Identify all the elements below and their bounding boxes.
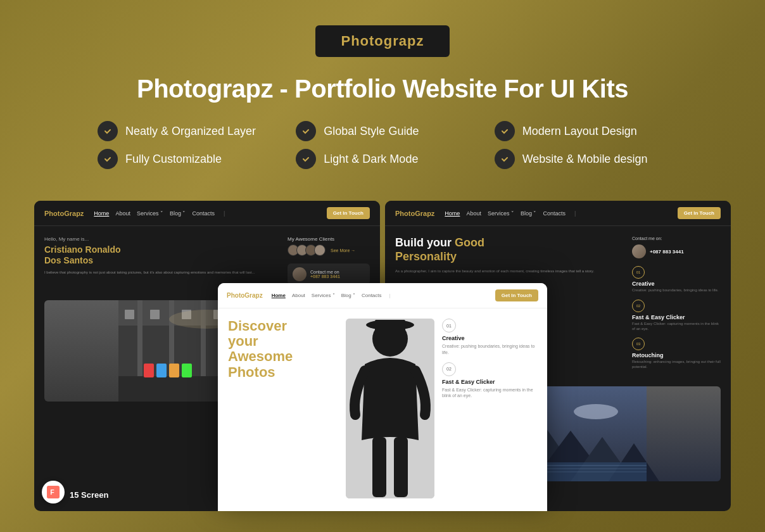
floating-side-features: 01 Creative Creative: pushing boundaries… <box>442 319 537 498</box>
left-nav-home: Home <box>94 210 109 217</box>
check-icon-4 <box>98 149 118 169</box>
check-icon-6 <box>495 149 515 169</box>
right-nav-cta[interactable]: Get In Touch <box>678 207 721 219</box>
contact-phone-right: +087 883 3441 <box>650 249 684 255</box>
hero-section: Photograpz Photograpz - Portfolio Websit… <box>0 0 765 188</box>
left-logo-prefix: Photo <box>44 210 64 217</box>
right-logo: PhotoGrapz <box>395 210 434 217</box>
feature-label-3: Modern Layout Design <box>522 125 637 138</box>
right-feature-title-2: Fast & Easy Clicker <box>632 314 721 320</box>
svg-rect-9 <box>156 364 167 377</box>
feature-customizable: Fully Customizable <box>98 149 270 169</box>
floating-nav-links: Home About Services ˅ Blog ˅ Contacts | <box>272 293 392 298</box>
contact-box-left: Contact me on +087 883 3441 <box>288 263 370 285</box>
discover-text: DiscoveryourAwesomePhotos <box>228 319 338 380</box>
right-feature-desc-2: Fast & Easy Clicker: capturing moments i… <box>632 322 721 332</box>
svg-rect-25 <box>372 437 386 497</box>
svg-text:F: F <box>50 488 54 496</box>
feature-label-5: Light & Dark Mode <box>324 153 418 166</box>
floating-card: PhotoGrapz Home About Services ˅ Blog ˅ … <box>218 283 547 511</box>
right-feature-desc-3: Retouching: enhancing images, bringing o… <box>632 360 721 370</box>
floating-feature-2: 02 Fast & Easy Clicker Fast & Easy Click… <box>442 362 537 400</box>
feature-label-2: Global Style Guide <box>324 125 419 138</box>
figma-badge: F <box>42 481 65 504</box>
feature-label-1: Neatly & Organized Layer <box>125 125 256 138</box>
right-feature-title-1: Creative <box>632 281 721 287</box>
left-nav-about: About <box>115 210 130 217</box>
build-desc: As a photographer, I aim to capture the … <box>395 269 624 274</box>
floating-feature-num-2: 02 <box>442 362 456 376</box>
floating-content: DiscoveryourAwesomePhotos <box>218 308 547 509</box>
floating-nav: PhotoGrapz Home About Services ˅ Blog ˅ … <box>218 283 547 308</box>
right-feature-num-2: 02 <box>632 300 645 312</box>
contact-avatar-left <box>293 267 307 281</box>
right-feature-title-3: Retouching <box>632 352 721 358</box>
feature-mobile: Website & Mobile design <box>495 149 667 169</box>
feature-darkmode: Light & Dark Mode <box>296 149 469 169</box>
contact-info-left: Contact me on +087 883 3441 <box>310 270 340 279</box>
check-icon-2 <box>296 121 316 141</box>
floating-feature-desc-2: Fast & Easy Clicker: capturing moments i… <box>442 387 537 400</box>
feature-label-4: Fully Customizable <box>125 153 222 166</box>
floating-logo: PhotoGrapz <box>227 292 263 299</box>
svg-point-31 <box>574 404 618 419</box>
right-feature-num-1: 01 <box>632 266 645 279</box>
name-gold: Ronaldo <box>85 244 121 255</box>
floating-cta[interactable]: Get In Touch <box>495 289 538 301</box>
floating-feature-1: 01 Creative Creative: pushing boundaries… <box>442 319 537 356</box>
check-icon-5 <box>296 149 316 169</box>
right-nav-links: Home About Services ˅ Blog ˅ Contacts | <box>445 210 578 217</box>
contact-label: Contact me on <box>310 270 340 274</box>
right-feature-3: 03 Retouching Retouching: enhancing imag… <box>632 338 721 370</box>
build-title: Build your GoodPersonality <box>395 236 624 263</box>
see-more: See More → <box>331 248 355 253</box>
svg-rect-24 <box>375 320 405 334</box>
name-white2: Dos Santos <box>44 255 93 265</box>
main-title: Photograpz - Portfolio Website For UI Ki… <box>137 75 628 103</box>
left-side-col: My Awesome Clients See More → Contact me… <box>288 236 370 285</box>
svg-rect-12 <box>125 310 134 319</box>
svg-rect-11 <box>182 364 192 377</box>
feature-label-6: Website & Mobile design <box>522 153 648 166</box>
logo-suffix: grapz <box>384 33 424 49</box>
feature-modern: Modern Layout Design <box>495 121 667 141</box>
left-nav-cta[interactable]: Get In Touch <box>327 207 370 219</box>
contact-me-label: Contact me on: <box>632 236 721 241</box>
svg-rect-26 <box>394 437 408 497</box>
floating-feature-desc-1: Creative: pushing boundaries, bringing i… <box>442 343 537 356</box>
floating-feature-title-1: Creative <box>442 335 537 341</box>
contact-avatar-right <box>632 244 646 258</box>
svg-rect-13 <box>150 310 160 319</box>
contact-right: +087 883 3441 <box>632 244 721 258</box>
left-preview-nav: PhotoGrapz Home About Services ˅ Blog ˅ … <box>34 201 380 226</box>
left-main-col: Hello, My name is... Cristiano Ronaldo D… <box>44 236 280 285</box>
hello-text: Hello, My name is... <box>44 236 280 242</box>
right-feature-2: 02 Fast & Easy Clicker Fast & Easy Click… <box>632 300 721 332</box>
logo-badge: Photograpz <box>315 25 449 57</box>
client-avatars: See More → <box>288 244 370 256</box>
check-icon-1 <box>98 121 118 141</box>
svg-rect-10 <box>169 364 179 377</box>
screen-count: 15 Screen <box>70 490 108 500</box>
left-nav-blog: Blog ˅ <box>170 210 186 217</box>
preview-desc: I believe that photography is not just a… <box>44 270 280 275</box>
right-feature-num-3: 03 <box>632 338 645 350</box>
left-nav-links: Home About Services ˅ Blog ˅ Contacts | <box>94 210 227 217</box>
right-feature-1: 01 Creative Creative: pushing boundaries… <box>632 266 721 293</box>
features-row-1: Neatly & Organized Layer Global Style Gu… <box>98 121 667 169</box>
svg-rect-8 <box>144 364 154 377</box>
floating-feature-title-2: Fast & Easy Clicker <box>442 379 537 385</box>
floating-main: DiscoveryourAwesomePhotos <box>228 319 338 498</box>
floating-person-image <box>346 319 434 498</box>
left-nav-contacts: Contacts <box>192 210 215 217</box>
right-feature-desc-1: Creative: pushing boundaries, bringing i… <box>632 288 721 293</box>
right-side-col: Contact me on: +087 883 3441 01 Creative… <box>632 236 721 376</box>
feature-style: Global Style Guide <box>296 121 469 141</box>
feature-neatly: Neatly & Organized Layer <box>98 121 270 141</box>
left-logo-suffix: Grapz <box>64 210 84 217</box>
right-preview-nav: PhotoGrapz Home About Services ˅ Blog ˅ … <box>385 201 731 226</box>
check-icon-3 <box>495 121 515 141</box>
contact-phone-left: +087 883 3441 <box>310 274 340 279</box>
big-name: Cristiano Ronaldo Dos Santos <box>44 244 280 266</box>
clients-section: My Awesome Clients See More → <box>288 236 370 256</box>
